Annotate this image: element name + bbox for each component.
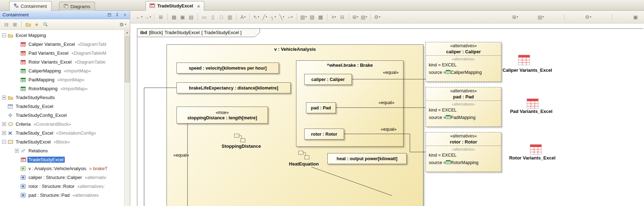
line-color-button[interactable]: ▧ (308, 13, 316, 21)
excel-table-icon[interactable] (530, 144, 543, 157)
document-tab-tradestudyexcel[interactable]: TradeStudyExcel × (146, 1, 204, 11)
pin-panel-button[interactable]: ↧ (115, 12, 120, 17)
tree-item-pad-structure-pad[interactable]: Rpad : Structure::Pad«alternatives (0, 191, 125, 200)
tree-item-label: TradeStudyConfig_Excel (15, 112, 68, 118)
alternatives-header: «alternatives» pad : Pad (426, 87, 501, 101)
tree-item-tradestudy-excel[interactable]: TradeStudy_Excel (0, 102, 125, 111)
expand-expander-icon[interactable]: + (15, 149, 19, 153)
alternatives-block-pad[interactable]: «alternatives» pad : Pad «alternatives» … (426, 87, 501, 127)
scroll-up-icon[interactable]: ▲ (125, 30, 130, 35)
excel-table-icon[interactable] (518, 55, 532, 67)
caliper-part[interactable]: caliper : Caliper (304, 74, 352, 85)
equal-connector-label[interactable]: «equal» (379, 100, 395, 105)
draw-path-button[interactable]: ╱▾ (260, 13, 269, 21)
select-tool-button[interactable]: ↖▾ (252, 13, 260, 21)
tree-item-relations[interactable]: +Relations (0, 146, 125, 155)
align-button[interactable]: ≡▾ (329, 13, 338, 21)
text-style-button[interactable]: A▾ (239, 13, 247, 21)
tree-item-tradestudyexcel[interactable]: −TradeStudyExcel«Block» (0, 137, 125, 146)
panel-tab-diagrams[interactable]: Diagrams (59, 2, 95, 11)
tree-item-rotor-structure-rotor[interactable]: Rrotor : Structure::Rotor«alternatives: (0, 182, 125, 191)
rotor-part[interactable]: rotor : Rotor (304, 129, 344, 140)
brake-life-expectancy-part[interactable]: brakeLifeExpectancy : distance[kilometre… (176, 82, 291, 93)
stopping-distance-constraint-label[interactable]: StoppingDistance (212, 143, 270, 149)
zoom-options-button[interactable]: ⚙▾ (584, 13, 592, 21)
tree-item-excel-mapping[interactable]: −Excel Mapping (0, 31, 125, 40)
variant-table-label[interactable]: Rotor Variants_Excel (502, 155, 562, 161)
scrollbar-thumb[interactable] (125, 36, 130, 82)
shadow-style-button[interactable]: ▩ (316, 13, 325, 21)
tree-item-criteria[interactable]: +Criteria«ConstraintBlock» (0, 120, 125, 129)
rectilinear-path-button[interactable]: ┐▾ (269, 13, 278, 21)
show-elements-button[interactable]: ⊞▾ (351, 13, 360, 21)
instance-table-button[interactable]: ▤ (187, 13, 195, 21)
variant-table-label[interactable]: Pad Variants_Excel (503, 109, 559, 114)
tree-item-v-analysis-vehicleanalysis[interactable]: Pv : Analysis::VehicleAnalysis= brakeT (0, 164, 125, 173)
tree-item-calipermapping[interactable]: CaliperMapping«ImportMap» (0, 66, 125, 75)
collapse-expander-icon[interactable]: − (2, 140, 6, 144)
diagram-options-button[interactable]: ⚙▾ (373, 13, 381, 21)
show-containment-button[interactable]: ⊞ (157, 13, 165, 21)
legend-button[interactable]: ▤▾ (537, 13, 545, 21)
tree-item-tradestudyconfig-excel[interactable]: TradeStudyConfig_Excel (0, 111, 125, 120)
constraint-property-icon[interactable] (234, 134, 246, 144)
favorites-button[interactable]: ★ (32, 20, 41, 29)
tree-item-tradestudyresults[interactable]: +TradeStudyResults (0, 93, 125, 102)
close-panel-button[interactable]: × (122, 12, 127, 17)
expand-expander-icon[interactable]: + (2, 122, 6, 126)
remove-from-view-button[interactable]: ⊠ (11, 20, 19, 29)
collapse-expander-icon[interactable]: − (2, 33, 6, 37)
compartments-button[interactable]: ▤▾ (360, 13, 368, 21)
equal-connector-label[interactable]: «equal» (173, 153, 189, 158)
part-label: brakeLifeExpectancy : distance[kilometre… (189, 86, 278, 91)
speed-part[interactable]: speed : velocity[kilometres per hour] (176, 63, 279, 74)
open-in-containment-tree-button[interactable] (24, 20, 32, 29)
close-tab-icon[interactable]: × (197, 4, 200, 9)
oblique-path-button[interactable]: ╲▾ (278, 13, 286, 21)
more-tools-button[interactable]: ▣ (631, 13, 640, 21)
forward-button[interactable]: →▾ (143, 13, 152, 21)
equal-connector-label[interactable]: «equal» (381, 127, 397, 132)
quick-search-button[interactable] (41, 20, 49, 29)
related-elements-button[interactable]: ▦ (170, 13, 178, 21)
alternatives-block-rotor[interactable]: «alternatives» rotor : Rotor «alternativ… (426, 132, 501, 172)
dropdown-caret-icon: ▾ (125, 23, 126, 26)
tree-item-tradestudy-excel[interactable]: +TradeStudy_Excel«SimulationConfig» (0, 129, 125, 137)
alternatives-block-caliper[interactable]: «alternatives» caliper : Caliper «altern… (426, 42, 501, 82)
heat-equation-constraint-label[interactable]: HeatEquation (280, 161, 327, 167)
tree-item-label: caliper : Structure::Caliper (27, 174, 83, 180)
tree-item-pad-variants-excel[interactable]: Pad Variants_Excel«DiagramTableM (0, 49, 125, 58)
tree-item-caliper-variants-excel[interactable]: Caliper Variants_Excel«DiagramTabl (0, 40, 125, 49)
generic-table-button[interactable]: ▣ (178, 13, 187, 21)
tree-item-rotor-variants-excel[interactable]: Rotor Variants_Excel«DiagramTable (0, 58, 125, 66)
panel-tab-containment[interactable]: Containment (9, 1, 52, 11)
stopping-distance-part[interactable]: «moe» stoppingDistance : length[metre] (176, 107, 268, 124)
float-panel-button[interactable] (107, 12, 112, 17)
distribute-button[interactable]: ⊟ (338, 13, 347, 21)
tree-item-padmapping[interactable]: PadMapping«ImportMap» (0, 75, 125, 84)
cut-button[interactable]: □ (217, 13, 226, 21)
path-style-button[interactable]: ⌐▾ (286, 13, 295, 21)
pad-part[interactable]: pad : Pad (306, 102, 336, 113)
back-button[interactable]: ←▾ (135, 13, 143, 21)
paste-button[interactable]: ▯ (208, 13, 217, 21)
diagram-overview-button[interactable]: ⊞▾ (511, 13, 519, 21)
panel-settings-button[interactable]: ⚙ ▾ (119, 22, 128, 27)
expand-expander-icon[interactable]: + (2, 96, 6, 99)
select-tool-icon: ↖ (253, 15, 258, 20)
part-label: stoppingDistance : length[metre] (188, 115, 257, 120)
tree-item-caliper-structure-caliper[interactable]: Rcaliper : Structure::Caliper«alternativ (0, 173, 125, 182)
heat-part[interactable]: heat : output power[kilowatt] (327, 153, 407, 164)
tree-item-tradestudyexcel[interactable]: TradeStudyExcel (0, 155, 125, 164)
fill-color-button[interactable]: ▨▾ (299, 13, 308, 21)
refresh-layout-button[interactable]: ▥ (226, 13, 234, 21)
constraint-property-icon[interactable] (298, 151, 310, 161)
tree-item-rotormapping[interactable]: RotorMapping«ImportMap» (0, 84, 125, 93)
variant-table-label[interactable]: Caliper Variants_Excel (495, 67, 559, 73)
collapse-all-button[interactable]: ⊟ (2, 20, 11, 29)
copy-button[interactable]: ▭ (200, 13, 208, 21)
fill-color-icon: ▨ (300, 15, 305, 20)
expand-expander-icon[interactable]: + (2, 131, 6, 135)
equal-connector-label[interactable]: «equal» (383, 70, 399, 75)
tree-scrollbar[interactable]: ▲ (124, 30, 130, 206)
